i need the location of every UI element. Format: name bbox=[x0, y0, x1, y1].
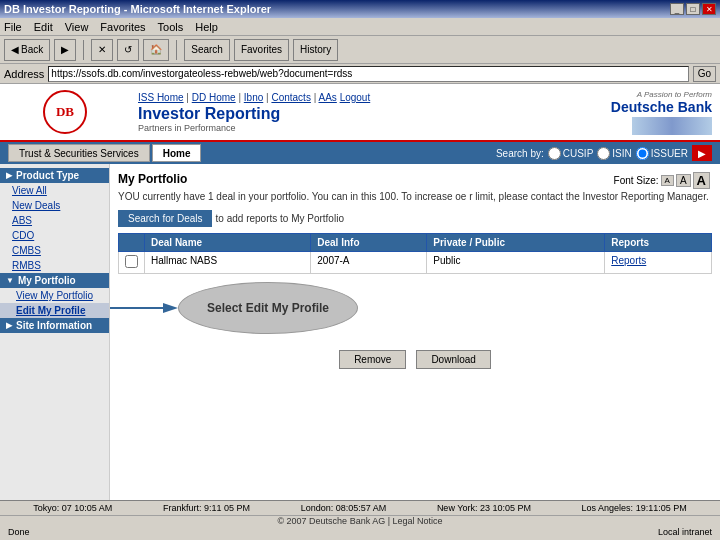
col-checkbox bbox=[119, 234, 145, 252]
cusip-radio-label[interactable]: CUSIP bbox=[548, 147, 594, 160]
header-right: A Passion to Perform Deutsche Bank bbox=[540, 86, 720, 139]
row-deal-info: 2007-A bbox=[311, 252, 427, 274]
font-size-label: Font Size: bbox=[614, 175, 659, 186]
address-bar: Address Go bbox=[0, 64, 720, 84]
status-bar: Tokyo: 07 10:05 AM Frankfurt: 9:11 05 PM… bbox=[0, 500, 720, 538]
status-done: Done bbox=[8, 527, 30, 537]
db-logo: DB bbox=[43, 90, 87, 134]
font-large-button[interactable]: A bbox=[693, 172, 710, 189]
toolbar-separator-1 bbox=[83, 40, 84, 60]
header-center: ISS Home | DD Home | Ibno | Contacts | A… bbox=[130, 88, 540, 137]
isin-radio-label[interactable]: ISIN bbox=[597, 147, 631, 160]
menu-help[interactable]: Help bbox=[195, 21, 218, 33]
menu-bar: File Edit View Favorites Tools Help bbox=[0, 18, 720, 36]
nav-tab-home[interactable]: Home bbox=[152, 144, 202, 162]
remove-button[interactable]: Remove bbox=[339, 350, 406, 369]
page-subtitle: Partners in Performance bbox=[138, 123, 532, 133]
issuer-radio[interactable] bbox=[636, 147, 649, 160]
nav-logout[interactable]: Logout bbox=[340, 92, 371, 103]
font-size-control: Font Size: A A A bbox=[614, 172, 710, 189]
menu-file[interactable]: File bbox=[4, 21, 22, 33]
address-input[interactable] bbox=[48, 66, 688, 82]
callout-container: Select Edit My Profile bbox=[178, 282, 358, 334]
address-label: Address bbox=[4, 68, 44, 80]
sidebar-product-type-header[interactable]: ▶ Product Type bbox=[0, 168, 109, 183]
sidebar-item-cdo[interactable]: CDO bbox=[0, 228, 109, 243]
row-reports[interactable]: Reports bbox=[605, 252, 712, 274]
sidebar-site-information-header[interactable]: ▶ Site Information bbox=[0, 318, 109, 333]
portfolio-title: My Portfolio bbox=[118, 172, 187, 186]
menu-view[interactable]: View bbox=[65, 21, 89, 33]
isin-radio[interactable] bbox=[597, 147, 610, 160]
toolbar-separator-2 bbox=[176, 40, 177, 60]
menu-favorites[interactable]: Favorites bbox=[100, 21, 145, 33]
bottom-buttons: Remove Download bbox=[118, 350, 712, 369]
time-new-york: New York: 23 10:05 PM bbox=[437, 503, 531, 513]
bank-name: Deutsche Bank bbox=[611, 99, 712, 115]
to-add-text: to add reports to My Portfolio bbox=[216, 213, 344, 224]
row-checkbox-cell[interactable] bbox=[119, 252, 145, 274]
font-medium-button[interactable]: A bbox=[676, 174, 691, 187]
status-bottom: Done Local intranet bbox=[0, 526, 720, 538]
refresh-button[interactable]: ↺ bbox=[117, 39, 139, 61]
search-deals-button[interactable]: Search for Deals bbox=[118, 210, 212, 227]
row-checkbox[interactable] bbox=[125, 255, 138, 268]
home-button[interactable]: 🏠 bbox=[143, 39, 169, 61]
db-logo-text: DB bbox=[56, 104, 74, 120]
search-button[interactable]: Search bbox=[184, 39, 230, 61]
sidebar-item-new-deals[interactable]: New Deals bbox=[0, 198, 109, 213]
toolbar: ◀ Back ▶ ✕ ↺ 🏠 Search Favorites History bbox=[0, 36, 720, 64]
header-nav: ISS Home | DD Home | Ibno | Contacts | A… bbox=[138, 92, 532, 103]
minimize-button[interactable]: _ bbox=[670, 3, 684, 15]
search-by-label: Search by: bbox=[496, 148, 544, 159]
col-deal-name: Deal Name bbox=[145, 234, 311, 252]
page-header: DB ISS Home | DD Home | Ibno | Contacts … bbox=[0, 84, 720, 142]
forward-button[interactable]: ▶ bbox=[54, 39, 76, 61]
sidebar-item-cmbs[interactable]: CMBS bbox=[0, 243, 109, 258]
sidebar-my-portfolio-header[interactable]: ▼ My Portfolio bbox=[0, 273, 109, 288]
favorites-button[interactable]: Favorites bbox=[234, 39, 289, 61]
go-button[interactable]: Go bbox=[693, 66, 716, 82]
sidebar: ▶ Product Type View All New Deals ABS CD… bbox=[0, 164, 110, 500]
callout-bubble: Select Edit My Profile bbox=[178, 282, 358, 334]
nav-tab-trust[interactable]: Trust & Securities Services bbox=[8, 144, 150, 162]
product-type-arrow: ▶ bbox=[6, 171, 12, 180]
nav-iss-home[interactable]: ISS Home bbox=[138, 92, 184, 103]
sidebar-item-abs[interactable]: ABS bbox=[0, 213, 109, 228]
sidebar-item-view-all[interactable]: View All bbox=[0, 183, 109, 198]
passion-text: A Passion to Perform bbox=[637, 90, 712, 99]
svg-marker-1 bbox=[163, 303, 178, 313]
font-small-button[interactable]: A bbox=[661, 175, 674, 186]
search-submit-button[interactable]: ▶ bbox=[692, 145, 712, 161]
nav-dd-home[interactable]: DD Home bbox=[192, 92, 236, 103]
nav-contacts[interactable]: Contacts bbox=[271, 92, 310, 103]
maximize-button[interactable]: □ bbox=[686, 3, 700, 15]
history-button[interactable]: History bbox=[293, 39, 338, 61]
col-privacy: Private / Public bbox=[427, 234, 605, 252]
col-deal-info: Deal Info bbox=[311, 234, 427, 252]
stop-button[interactable]: ✕ bbox=[91, 39, 113, 61]
page-title: Investor Reporting bbox=[138, 105, 532, 123]
download-button[interactable]: Download bbox=[416, 350, 490, 369]
copyright-bar: © 2007 Deutsche Bank AG | Legal Notice bbox=[0, 516, 720, 526]
portfolio-message: YOU currently have 1 deal in your portfo… bbox=[118, 190, 712, 204]
portfolio-table: Deal Name Deal Info Private / Public Rep… bbox=[118, 233, 712, 274]
content-wrapper: ▶ Product Type View All New Deals ABS CD… bbox=[0, 164, 720, 500]
callout-arrow-svg bbox=[110, 293, 178, 323]
back-button[interactable]: ◀ Back bbox=[4, 39, 50, 61]
logo-area: DB bbox=[0, 86, 130, 138]
menu-edit[interactable]: Edit bbox=[34, 21, 53, 33]
my-portfolio-arrow: ▼ bbox=[6, 276, 14, 285]
sidebar-edit-my-profile[interactable]: Edit My Profile bbox=[0, 303, 109, 318]
sidebar-view-my-portfolio[interactable]: View My Portfolio bbox=[0, 288, 109, 303]
issuer-radio-label[interactable]: ISSUER bbox=[636, 147, 688, 160]
window-title: DB Investor Reporting - Microsoft Intern… bbox=[4, 3, 271, 15]
sidebar-item-rmbs[interactable]: RMBS bbox=[0, 258, 109, 273]
nav-ibno[interactable]: Ibno bbox=[244, 92, 263, 103]
nav-aas[interactable]: AAs bbox=[319, 92, 337, 103]
window-controls[interactable]: _ □ ✕ bbox=[670, 3, 716, 15]
status-zone: Local intranet bbox=[658, 527, 712, 537]
menu-tools[interactable]: Tools bbox=[158, 21, 184, 33]
close-button[interactable]: ✕ bbox=[702, 3, 716, 15]
cusip-radio[interactable] bbox=[548, 147, 561, 160]
